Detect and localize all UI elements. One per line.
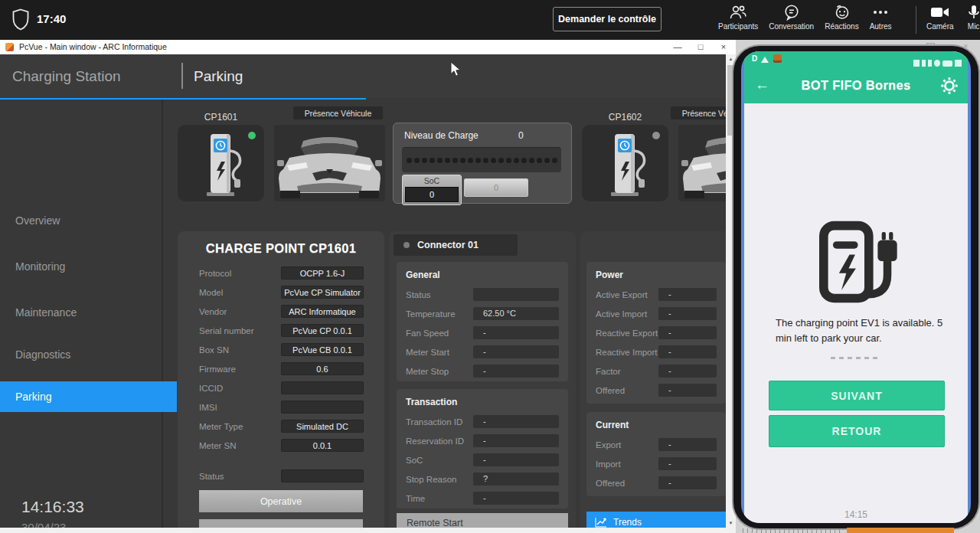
settings-gear-icon[interactable] (940, 77, 959, 95)
field-value[interactable] (473, 288, 559, 301)
field-value[interactable]: - (473, 345, 559, 358)
status-field-row: Status (199, 469, 364, 482)
field-value[interactable]: 0.6 (281, 362, 364, 375)
shield-icon (11, 8, 30, 31)
field-value[interactable]: - (473, 492, 559, 505)
timeline-ticks (743, 528, 844, 533)
timeline-orange-bar (847, 528, 954, 533)
field-value[interactable]: PcVue CP 0.0.1 (281, 324, 364, 337)
close-button[interactable]: × (714, 40, 733, 54)
field-value[interactable]: PcVue CB 0.0.1 (281, 343, 364, 356)
field-row: Factor - (596, 365, 717, 378)
sidebar-item-overview[interactable]: Overview (15, 214, 60, 227)
field-value[interactable]: - (658, 384, 717, 397)
page-header: Charging Station Parking (0, 54, 736, 98)
field-row: Reactive Export - (596, 326, 717, 339)
field-value[interactable]: - (658, 438, 717, 451)
field-value[interactable]: - (658, 288, 717, 301)
field-label: IMSI (199, 403, 281, 412)
charge-point-panel: CHARGE POINT CP1601 Protocol OCPP 1.6-J … (178, 231, 384, 533)
availability-message: The charging point EV1 is available. 5 m… (776, 316, 953, 346)
field-value[interactable] (281, 401, 364, 414)
sidebar-item-monitoring[interactable]: Monitoring (15, 260, 65, 273)
field-value[interactable]: OCPP 1.6-J (281, 266, 364, 280)
connector-status-dot (403, 242, 410, 248)
meeting-toolbar: 17:40 Demander le contrôle Participants (0, 0, 980, 40)
field-value[interactable]: - (658, 345, 717, 358)
field-row: Meter Type Simulated DC (199, 420, 364, 433)
retour-button[interactable]: RETOUR (769, 415, 945, 447)
field-value[interactable]: - (658, 476, 717, 489)
field-label: Reactive Import (596, 348, 658, 357)
field-label: Transaction ID (406, 417, 473, 427)
charging-point-icon (812, 216, 902, 306)
field-value[interactable]: 62.50 °C (473, 307, 559, 320)
soc-control[interactable]: SoC 0 (402, 175, 462, 205)
wifi-icon (761, 57, 769, 63)
phone-app-title: BOT FIFO Bornes (744, 78, 968, 93)
header-divider (181, 63, 183, 89)
field-row: Stop Reason ? (406, 473, 559, 486)
connector-panel: Connector 01 General Status Temperature … (389, 231, 576, 533)
phone-app: D ← BOT FIFO Bornes (744, 51, 968, 523)
request-control-button[interactable]: Demander le contrôle (553, 7, 662, 31)
field-value[interactable] (281, 381, 364, 394)
field-value[interactable]: PcVue CP Simulator (281, 286, 364, 299)
minimize-button[interactable]: — (668, 40, 688, 54)
field-value[interactable]: Simulated DC (281, 420, 364, 433)
mic-button[interactable]: Mic (966, 4, 980, 31)
field-row: Active Export - (596, 288, 717, 301)
field-label: Protocol (199, 269, 281, 278)
connector-tab[interactable]: Connector 01 (394, 234, 518, 256)
sidebar-item-parking[interactable]: Parking (0, 381, 177, 412)
field-row: Reactive Import - (596, 345, 717, 358)
charging-station-image (193, 129, 254, 198)
field-value[interactable]: - (658, 326, 717, 339)
field-value[interactable]: - (473, 453, 559, 466)
field-value[interactable]: - (658, 365, 717, 378)
operative-button[interactable]: Operative (199, 490, 363, 512)
conversation-button[interactable]: Conversation (769, 4, 814, 31)
status-network-letter: D (752, 54, 757, 63)
sidebar-item-diagnostics[interactable]: Diagnostics (15, 348, 70, 361)
field-value[interactable]: - (473, 365, 559, 378)
field-label: Time (406, 494, 473, 503)
sidebar-item-maintenance[interactable]: Maintenance (15, 306, 77, 319)
status-value[interactable] (281, 469, 364, 482)
soc-value-display[interactable]: 0 (405, 187, 459, 202)
scroll-up-icon[interactable]: ▲ (726, 57, 736, 61)
field-value[interactable]: - (473, 415, 559, 428)
camera-button[interactable]: Caméra (926, 4, 954, 31)
current-title: Current (596, 420, 717, 430)
field-value[interactable]: 0.0.1 (281, 439, 364, 452)
field-label: Box SN (199, 345, 281, 355)
field-value[interactable]: ? (473, 473, 559, 486)
charging-station-widget-cp1601[interactable] (178, 125, 264, 201)
field-value[interactable]: ARC Informatique (281, 305, 364, 318)
pcvue-titlebar[interactable]: PcVue - Main window - ARC Informatique —… (0, 40, 736, 54)
maximize-button[interactable]: □ (691, 40, 710, 54)
screenshot-root: 17:40 Demander le contrôle Participants (0, 0, 980, 533)
app-title: Charging Station (12, 68, 121, 85)
participants-button[interactable]: Participants (718, 4, 758, 31)
soc-label: SoC (403, 176, 461, 185)
more-button[interactable]: Autres (870, 4, 892, 31)
camera-icon (930, 4, 950, 21)
suivant-button[interactable]: SUIVANT (769, 381, 945, 410)
field-row: Offered - (596, 476, 717, 489)
soc-send-button[interactable]: 0 (464, 178, 528, 197)
field-value[interactable]: - (473, 434, 559, 447)
scroll-down-icon[interactable]: ▼ (726, 521, 736, 525)
reactions-button[interactable]: Réactions (825, 4, 858, 31)
charging-station-widget-cp1602[interactable] (582, 125, 668, 201)
field-row: Reservation ID - (406, 434, 559, 447)
field-row: Box SN PcVue CB 0.0.1 (199, 343, 364, 356)
horizontal-scrollbar[interactable] (0, 528, 736, 533)
field-value[interactable]: - (473, 326, 559, 339)
field-label: Offered (596, 386, 658, 395)
field-value[interactable]: - (658, 457, 717, 470)
field-label: Reactive Export (596, 329, 658, 338)
charging-station-image (597, 129, 658, 198)
field-value[interactable]: - (658, 307, 717, 320)
field-label: Meter Start (406, 348, 473, 357)
